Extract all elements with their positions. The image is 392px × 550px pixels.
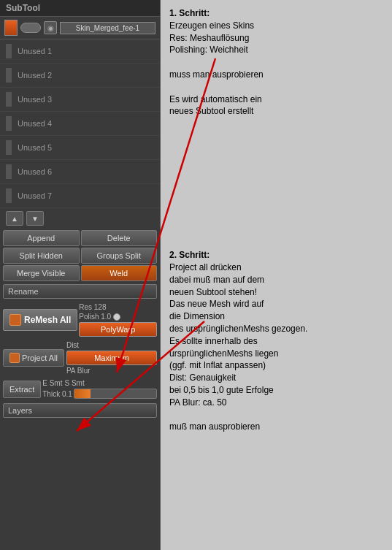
- step1-line1: Erzeugen eines Skins: [169, 20, 254, 31]
- project-row: Project All Dist Maximum PA Blur: [3, 341, 157, 375]
- step2-line5: die Dimension: [169, 311, 225, 321]
- step2-line3: neuen Subtool stehen!: [169, 287, 257, 297]
- step1-line6: neues Subtool erstellt: [169, 106, 253, 116]
- extract-section: Extract E Smt S Smt Thick 0.1: [0, 378, 160, 402]
- top-item-row: ◉ Skin_Merged_fee-1: [0, 17, 160, 39]
- unused-item-label: Unused 6: [18, 167, 52, 176]
- polish-row: Polish 1.0: [79, 313, 157, 321]
- step2-line7: Es sollte innerhalb des: [169, 336, 258, 346]
- subtool-panel: SubTool ◉ Skin_Merged_fee-1 Unused 1 Unu…: [0, 0, 161, 550]
- rename-section: Rename: [0, 283, 160, 302]
- step1-line5: Es wird automatisch ein: [169, 94, 262, 104]
- remesh-params: Res 128 Polish 1.0 PolyWarp: [79, 303, 157, 337]
- remesh-section: ReMesh All Res 128 Polish 1.0 PolyWarp: [0, 302, 160, 340]
- extract-params: E Smt S Smt Thick 0.1: [42, 379, 157, 399]
- step2-line6: des ursprünglichenMeshs gezogen.: [169, 324, 307, 334]
- step2-line10: Dist: Genauigkeit: [169, 373, 236, 383]
- step1-annotation: 1. Schritt: Erzeugen eines Skins Res: Me…: [169, 7, 383, 118]
- step2-annotation: 2. Schritt: Project all drücken dabei mu…: [169, 249, 383, 433]
- res-row: Res 128: [79, 303, 157, 311]
- step1-line3: Polishing: Weichheit: [169, 45, 248, 55]
- unused-item-label: Unused 3: [18, 95, 52, 104]
- list-item[interactable]: Unused 4: [0, 112, 160, 136]
- item-bar: [6, 68, 12, 83]
- unused-list: Unused 1 Unused 2 Unused 3 Unused 4 Unus…: [0, 39, 160, 208]
- unused-item-label: Unused 1: [18, 47, 52, 56]
- groups-split-button[interactable]: Groups Split: [81, 248, 158, 264]
- subtool-header: SubTool: [0, 0, 160, 17]
- step2-line13: muß man ausprobieren: [169, 421, 260, 432]
- extract-button[interactable]: Extract: [3, 381, 41, 398]
- item-bar: [6, 188, 12, 203]
- remesh-all-button[interactable]: ReMesh All: [3, 309, 77, 331]
- action-buttons: Append Delete Split Hidden Groups Split …: [0, 229, 160, 283]
- item-bar: [6, 140, 12, 155]
- scroll-down-button[interactable]: ▼: [26, 211, 44, 226]
- item-bar: [6, 164, 12, 179]
- unused-item-label: Unused 4: [18, 119, 52, 128]
- list-item[interactable]: Unused 7: [0, 184, 160, 208]
- unused-item-label: Unused 7: [18, 191, 52, 200]
- step1-line2: Res: Meshauflösung: [169, 33, 249, 43]
- step2-title: 2. Schritt:: [169, 250, 210, 260]
- pa-blur-label: PA Blur: [66, 367, 157, 375]
- thick-slider[interactable]: [74, 389, 157, 399]
- unused-item-label: Unused 2: [18, 71, 52, 80]
- unused-item-label: Unused 5: [18, 143, 52, 152]
- item-bar: [6, 44, 12, 58]
- item-bar: [6, 116, 12, 131]
- thick-row: Thick 0.1: [42, 389, 157, 399]
- color-rect: [4, 20, 18, 36]
- e-smt-label: E Smt: [42, 379, 62, 387]
- polish-label: Polish 1.0: [79, 313, 111, 321]
- eye-icon[interactable]: ◉: [44, 21, 57, 34]
- layers-section: Layers: [0, 402, 160, 419]
- rename-button[interactable]: Rename: [3, 284, 157, 299]
- skin-label[interactable]: Skin_Merged_fee-1: [60, 22, 155, 34]
- item-bar: [6, 92, 12, 107]
- project-all-button[interactable]: Project All: [3, 349, 64, 367]
- step2-line11: bei 0,5 bis 1,0 gute Erfolge: [169, 385, 274, 395]
- subtool-title: SubTool: [6, 3, 40, 13]
- polywarp-button[interactable]: PolyWarp: [79, 322, 157, 337]
- list-item[interactable]: Unused 2: [0, 64, 160, 88]
- step2-line8: ursprünglichenMeshs liegen: [169, 348, 278, 359]
- dist-label: Dist: [66, 341, 79, 349]
- merge-visible-button[interactable]: Merge Visible: [3, 265, 80, 281]
- layers-button[interactable]: Layers: [3, 403, 157, 418]
- dist-row: Dist: [66, 341, 157, 349]
- maximum-button[interactable]: Maximum: [66, 351, 157, 365]
- step2-line12: PA Blur: ca. 50: [169, 397, 227, 408]
- list-item[interactable]: Unused 1: [0, 39, 160, 64]
- project-params: Dist Maximum PA Blur: [66, 341, 157, 375]
- toggle-button[interactable]: [20, 23, 41, 33]
- list-item[interactable]: Unused 5: [0, 136, 160, 160]
- scroll-arrows: ▲ ▼: [0, 208, 160, 229]
- append-button[interactable]: Append: [3, 230, 80, 246]
- list-item[interactable]: Unused 6: [0, 160, 160, 184]
- scroll-up-button[interactable]: ▲: [6, 211, 23, 226]
- split-hidden-button[interactable]: Split Hidden: [3, 248, 80, 264]
- thick-label: Thick 0.1: [42, 390, 72, 398]
- delete-button[interactable]: Delete: [81, 230, 158, 246]
- annotation-panel: 1. Schritt: Erzeugen eines Skins Res: Me…: [161, 0, 392, 550]
- remesh-row: ReMesh All Res 128 Polish 1.0 PolyWarp: [3, 303, 157, 337]
- list-item[interactable]: Unused 3: [0, 88, 160, 112]
- res-label: Res 128: [79, 303, 106, 311]
- step2-line1: Project all drücken: [169, 262, 242, 272]
- weld-button[interactable]: Weld: [81, 265, 158, 281]
- step2-line4: Das neue Mesh wird auf: [169, 299, 264, 309]
- step2-line2: dabei muß man auf dem: [169, 275, 264, 285]
- smt-row: E Smt S Smt: [42, 379, 157, 387]
- step1-title: 1. Schritt:: [169, 8, 210, 18]
- project-section: Project All Dist Maximum PA Blur: [0, 340, 160, 378]
- step1-line4: muss man ausprobieren: [169, 69, 264, 80]
- step2-line9: (ggf. mit Inflat anpassen): [169, 360, 266, 370]
- s-smt-label: S Smt: [64, 379, 84, 387]
- polish-dot[interactable]: [113, 313, 120, 321]
- extract-row: Extract E Smt S Smt Thick 0.1: [3, 379, 157, 399]
